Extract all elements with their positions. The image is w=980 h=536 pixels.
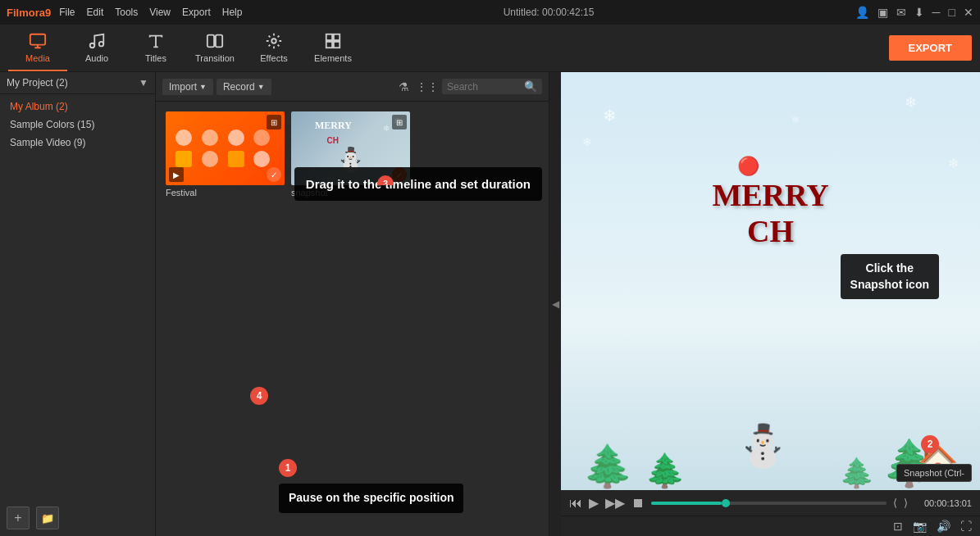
preview-controls: ⏮ ▶ ▶▶ ⏹ ⟨ ⟩ 00:00:13:01 [561, 490, 980, 516]
project-title: My Project (2) [7, 77, 68, 89]
toolbar-audio-label: Audio [85, 53, 108, 63]
menu-help[interactable]: Help [222, 7, 243, 18]
search-icon: 🔍 [524, 80, 537, 93]
media-content: ⊞ ✓ ▶ Festival ⛄ MERRY CH ❄ ❄ ⊞ ✓ [156, 102, 549, 536]
folder-button[interactable]: 📁 [36, 506, 59, 529]
media-panel: Import ▼ Record ▼ ⚗ ⋮⋮ 🔍 [156, 72, 549, 536]
menu-tools[interactable]: Tools [115, 7, 138, 18]
record-arrow-icon: ▼ [258, 83, 265, 91]
toolbar-effects[interactable]: Effects [244, 25, 303, 71]
progress-fill [651, 502, 722, 505]
stop-button[interactable]: ⏹ [631, 496, 645, 511]
toolbar-transition-label: Transition [195, 53, 235, 63]
media-view-icons: ⚗ ⋮⋮ [399, 80, 439, 93]
toolbar-media[interactable]: Media [8, 25, 67, 71]
festival-label: Festival [166, 188, 285, 198]
project-header: My Project (2) ▼ [0, 72, 155, 94]
festival-check-icon: ✓ [267, 167, 281, 182]
preview-panel: 🌲 🌲 🌲 🌲 🏠 ⛄ MERRY CH ❄ ❄ ❄ ❄ ❄ [561, 72, 980, 536]
window-controls: 👤 ▣ ✉ ⬇ ─ □ ✕ [855, 6, 973, 19]
svg-point-1 [90, 43, 95, 48]
crop-button[interactable]: ⊡ [893, 520, 903, 533]
import-button[interactable]: Import ▼ [162, 79, 213, 95]
svg-rect-7 [334, 34, 340, 39]
maximize-icon[interactable]: □ [949, 6, 955, 19]
volume-button[interactable]: 🔊 [937, 520, 950, 533]
menu-export[interactable]: Export [182, 7, 211, 18]
svg-rect-6 [326, 34, 332, 39]
menu-file[interactable]: File [59, 7, 75, 18]
record-label: Record [223, 81, 255, 93]
svg-rect-4 [216, 34, 222, 47]
prev-frame-button[interactable]: ⏮ [569, 496, 582, 511]
main-toolbar: Media Audio Titles Transition Effects El… [0, 25, 980, 72]
search-box[interactable]: 🔍 [442, 79, 542, 94]
import-label: Import [169, 81, 197, 93]
toolbar-elements-label: Elements [314, 53, 352, 63]
project-items: My Album (2) Sample Colors (15) Sample V… [0, 94, 155, 155]
media-toolbar: Import ▼ Record ▼ ⚗ ⋮⋮ 🔍 [156, 72, 549, 102]
search-input[interactable] [447, 81, 521, 93]
snapshot-tooltip: Snapshot (Ctrl- [896, 464, 972, 482]
fullscreen-button[interactable]: ⛶ [960, 520, 972, 533]
drag-tooltip: Drag it to the timeline and set duration [294, 167, 542, 201]
media-item-festival[interactable]: ⊞ ✓ ▶ Festival [166, 111, 285, 198]
panel-collapse-button[interactable]: ◀ [549, 72, 561, 536]
svg-point-5 [271, 39, 276, 43]
svg-rect-9 [334, 41, 340, 47]
annotation-2-badge: 2 [921, 435, 939, 453]
layout-icon[interactable]: ▣ [877, 6, 888, 19]
out-point-icon: ⟩ [904, 497, 908, 509]
svg-point-2 [99, 41, 104, 45]
time-display: 00:00:13:01 [914, 498, 972, 508]
snapshot-tooltip-text: Snapshot (Ctrl- [904, 468, 964, 478]
preview-tool-bar: ⊡ 📷 🔊 ⛶ [561, 516, 980, 536]
add-media-button[interactable]: + [7, 506, 30, 529]
svg-rect-0 [30, 34, 45, 44]
collapse-arrow-icon[interactable]: ▼ [139, 77, 148, 89]
preview-bg: 🌲 🌲 🌲 🌲 🏠 ⛄ MERRY CH ❄ ❄ ❄ ❄ ❄ [561, 72, 980, 490]
toolbar-titles-label: Titles [145, 53, 166, 63]
minimize-icon[interactable]: ─ [932, 6, 941, 19]
svg-rect-3 [207, 34, 214, 47]
export-button[interactable]: EXPORT [889, 35, 972, 61]
next-frame-button[interactable]: ▶▶ [605, 495, 625, 511]
toolbar-effects-label: Effects [260, 53, 287, 63]
toolbar-audio[interactable]: Audio [67, 25, 126, 71]
menu-edit[interactable]: Edit [87, 7, 104, 18]
record-button[interactable]: Record ▼ [217, 79, 271, 95]
festival-play-icon: ▶ [169, 167, 184, 182]
sample-video-item[interactable]: Sample Video (9) [0, 134, 155, 152]
import-arrow-icon: ▼ [199, 83, 207, 91]
account-icon[interactable]: 👤 [855, 6, 869, 19]
main-area: My Project (2) ▼ My Album (2) Sample Col… [0, 72, 980, 536]
menu-view[interactable]: View [149, 7, 171, 18]
svg-rect-8 [326, 41, 332, 47]
filter-icon[interactable]: ⚗ [399, 80, 409, 93]
progress-dot [722, 499, 730, 507]
preview-video: 🌲 🌲 🌲 🌲 🏠 ⛄ MERRY CH ❄ ❄ ❄ ❄ ❄ [561, 72, 980, 490]
toolbar-titles[interactable]: Titles [126, 25, 185, 71]
download-icon[interactable]: ⬇ [914, 6, 924, 19]
title-bar: Filmora9 File Edit Tools View Export Hel… [0, 0, 980, 25]
toolbar-transition[interactable]: Transition [185, 25, 244, 71]
menu-bar: File Edit Tools View Export Help [59, 7, 242, 18]
play-button[interactable]: ▶ [589, 495, 599, 511]
toolbar-elements[interactable]: Elements [303, 25, 362, 71]
album-item[interactable]: My Album (2) [0, 98, 155, 116]
festival-thumbnail: ⊞ ✓ ▶ [166, 111, 285, 185]
in-point-icon: ⟨ [893, 497, 897, 509]
snapshot-button[interactable]: 📷 [913, 520, 927, 533]
grid-icon[interactable]: ⋮⋮ [416, 80, 439, 93]
drag-tooltip-text: Drag it to the timeline and set duration [306, 177, 531, 191]
snapshot-grid-icon: ⊞ [392, 115, 407, 129]
left-panel: My Project (2) ▼ My Album (2) Sample Col… [0, 72, 156, 536]
close-icon[interactable]: ✕ [964, 6, 973, 19]
app-logo: Filmora9 [7, 7, 51, 19]
mail-icon[interactable]: ✉ [896, 6, 906, 19]
grid-overlay-icon: ⊞ [267, 115, 281, 129]
toolbar-media-label: Media [25, 53, 50, 63]
sample-colors-item[interactable]: Sample Colors (15) [0, 116, 155, 134]
progress-bar[interactable] [651, 502, 887, 505]
app-title: Untitled: 00:00:42:15 [504, 7, 595, 18]
